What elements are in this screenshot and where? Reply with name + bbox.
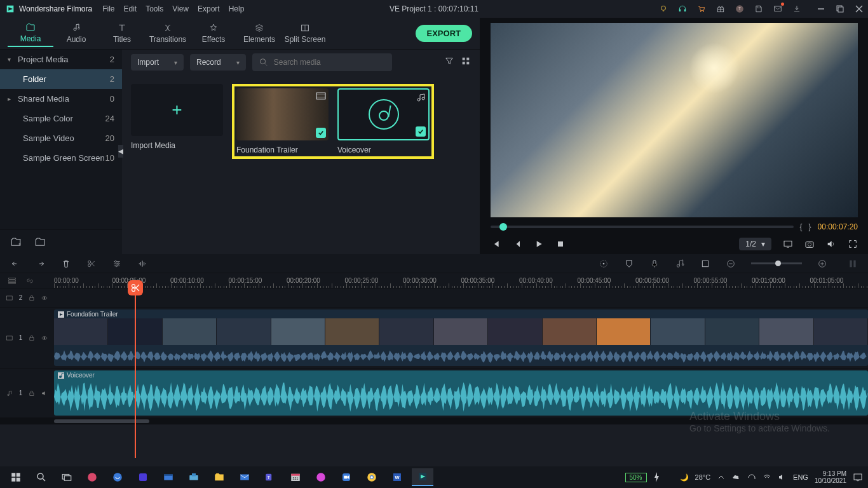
render-icon[interactable] (599, 259, 609, 269)
tab-split-screen[interactable]: Split Screen (282, 20, 328, 46)
app-icon-1[interactable] (81, 468, 103, 486)
tab-titles[interactable]: Titles (99, 20, 145, 46)
mark-out-icon[interactable]: } (809, 222, 811, 231)
menu-view[interactable]: View (172, 4, 189, 13)
file-explorer-icon[interactable] (208, 468, 230, 486)
zoom-slider[interactable] (751, 262, 802, 264)
search-taskbar-icon[interactable] (31, 468, 52, 486)
tab-transitions[interactable]: Transitions (145, 20, 191, 46)
tab-media[interactable]: Media (8, 20, 53, 47)
menu-edit[interactable]: Edit (124, 4, 137, 13)
lang-indicator[interactable]: ENG (793, 473, 808, 481)
app-icon-3[interactable] (132, 468, 154, 486)
playhead[interactable] (135, 280, 136, 458)
mixer-music-icon[interactable] (675, 259, 685, 269)
sidebar-item-project-media[interactable]: ▾Project Media2 (0, 50, 122, 69)
sidebar-item-sample-color[interactable]: Sample Color24 (0, 109, 122, 128)
messenger-icon[interactable] (310, 468, 332, 486)
maximize-button[interactable] (836, 5, 844, 13)
menu-help[interactable]: Help (229, 4, 245, 13)
search-input[interactable] (252, 53, 392, 71)
grid-view-icon[interactable] (461, 56, 471, 69)
sidebar-item-sample-video[interactable]: Sample Video20 (0, 128, 122, 148)
display-icon[interactable] (783, 239, 793, 249)
undo-icon[interactable] (10, 259, 20, 269)
tab-audio[interactable]: Audio (53, 20, 99, 46)
sound-icon[interactable] (778, 473, 787, 482)
marker-shield-icon[interactable] (624, 259, 634, 269)
record-dropdown[interactable]: Record▾ (190, 54, 246, 71)
menu-file[interactable]: File (102, 4, 114, 13)
headset-icon[interactable] (677, 4, 688, 14)
media-thumb-trailer[interactable]: Foundation Trailer (236, 88, 329, 154)
taskview-icon[interactable] (56, 468, 78, 486)
cart-icon[interactable] (696, 4, 707, 14)
menu-export[interactable]: Export (198, 4, 220, 13)
adjust-icon[interactable] (112, 259, 122, 269)
bluetooth-icon[interactable] (747, 473, 756, 482)
audio-clip[interactable]: Voiceover (54, 370, 868, 416)
onedrive-icon[interactable] (732, 473, 741, 482)
clock[interactable]: 9:13 PM10/10/2021 (815, 470, 846, 484)
volume-icon[interactable] (826, 239, 836, 249)
track-manager-icon[interactable] (8, 276, 17, 285)
sidebar-item-sample-green[interactable]: Sample Green Screen10 (0, 148, 122, 168)
lightbulb-icon[interactable] (658, 4, 668, 14)
lock-icon[interactable] (29, 390, 35, 397)
timeline-hscroll[interactable] (0, 418, 868, 424)
import-media-tile[interactable]: + Import Media (131, 84, 223, 159)
redo-icon[interactable] (36, 259, 46, 269)
message-icon[interactable] (773, 4, 783, 14)
zoom-in-icon[interactable] (817, 259, 827, 269)
import-dropdown[interactable]: Import▾ (131, 54, 184, 71)
tab-effects[interactable]: Effects (191, 20, 236, 46)
download-icon[interactable] (792, 4, 802, 14)
export-button[interactable]: EXPORT (416, 25, 472, 42)
marker-icon[interactable] (700, 259, 710, 269)
sidebar-item-folder[interactable]: Folder2 (0, 69, 122, 89)
folder-icon[interactable] (34, 236, 46, 248)
stop-icon[interactable] (555, 239, 566, 249)
eye-icon[interactable] (41, 294, 48, 302)
lock-icon[interactable] (29, 294, 35, 302)
timeline-settings-icon[interactable] (848, 259, 858, 269)
word-icon[interactable]: W (386, 468, 408, 486)
lock-icon[interactable] (29, 334, 35, 342)
wifi-icon[interactable] (763, 473, 771, 482)
close-button[interactable] (855, 5, 863, 13)
step-back-icon[interactable] (512, 239, 522, 249)
zoom-icon[interactable] (336, 468, 357, 486)
user-avatar-icon[interactable]: T (735, 4, 745, 14)
mail-icon[interactable] (234, 468, 255, 486)
split-icon[interactable] (86, 259, 97, 269)
eye-icon[interactable] (41, 334, 48, 342)
battery-indicator[interactable]: 50% (625, 473, 647, 482)
save-icon[interactable] (754, 4, 764, 14)
speaker-icon[interactable] (41, 390, 48, 397)
record-vo-icon[interactable] (649, 259, 660, 269)
play-icon[interactable] (534, 239, 544, 249)
sidebar-collapse-handle[interactable]: ◂ (118, 145, 123, 158)
media-thumb-voiceover[interactable]: Voiceover (337, 88, 430, 154)
page-selector[interactable]: 1/2▾ (739, 238, 771, 250)
fullscreen-icon[interactable] (848, 239, 858, 249)
video-clip[interactable]: Foundation Trailer (54, 309, 868, 366)
tab-elements[interactable]: Elements (236, 20, 282, 46)
preview-canvas[interactable] (491, 23, 858, 217)
mark-in-icon[interactable]: { (800, 222, 803, 231)
filter-icon[interactable] (444, 56, 454, 69)
sidebar-item-shared-media[interactable]: ▸Shared Media0 (0, 89, 122, 109)
filmora-taskbar-icon[interactable] (412, 468, 433, 486)
tray-up-icon[interactable] (717, 473, 726, 482)
calendar-icon[interactable]: 321 (285, 468, 306, 486)
audio-wave-icon[interactable] (137, 259, 147, 269)
menu-tools[interactable]: Tools (146, 4, 163, 13)
delete-icon[interactable] (61, 259, 71, 269)
weather-temp[interactable]: 28°C (695, 473, 711, 481)
link-icon[interactable] (25, 276, 34, 285)
snapshot-icon[interactable] (804, 239, 815, 249)
prev-frame-icon[interactable] (491, 239, 501, 249)
notifications-icon[interactable] (853, 472, 863, 482)
app-icon-4[interactable] (158, 468, 179, 486)
chrome-icon[interactable] (361, 468, 383, 486)
